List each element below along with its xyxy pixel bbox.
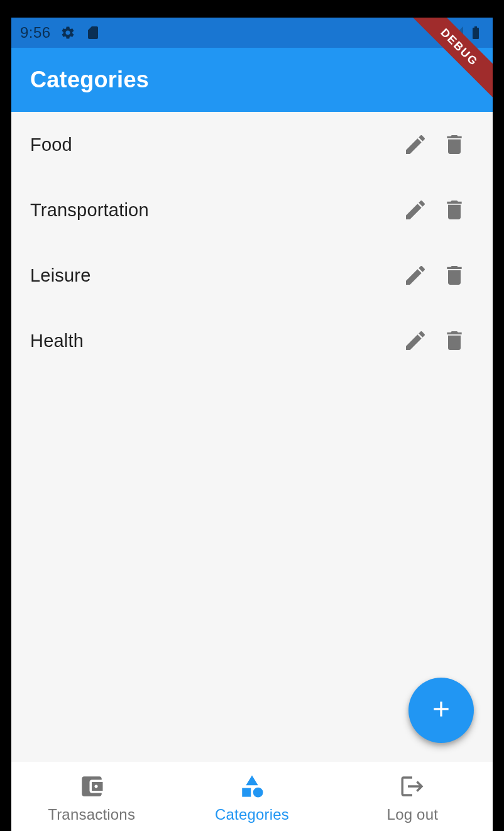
app-bar: Categories bbox=[11, 48, 493, 112]
nav-label: Log out bbox=[387, 806, 438, 823]
nav-logout[interactable]: Log out bbox=[332, 762, 493, 831]
delete-icon[interactable] bbox=[435, 321, 474, 360]
edit-icon[interactable] bbox=[396, 256, 435, 295]
category-row[interactable]: Transportation bbox=[11, 177, 493, 243]
delete-icon[interactable] bbox=[435, 256, 474, 295]
wifi-icon bbox=[430, 25, 446, 41]
categories-list: Food Transportation Leisure bbox=[11, 112, 493, 373]
wallet-icon bbox=[79, 773, 105, 802]
edit-icon[interactable] bbox=[396, 190, 435, 229]
edit-icon[interactable] bbox=[396, 125, 435, 164]
delete-icon[interactable] bbox=[435, 190, 474, 229]
category-name: Food bbox=[30, 135, 396, 155]
battery-icon bbox=[468, 25, 484, 41]
category-name: Transportation bbox=[30, 200, 396, 221]
bottom-nav: Transactions Categories Log out bbox=[11, 762, 493, 831]
category-name: Health bbox=[30, 331, 396, 351]
signal-icon bbox=[449, 25, 465, 41]
plus-icon bbox=[429, 696, 454, 724]
svg-point-0 bbox=[253, 788, 263, 798]
status-bar: 9:56 bbox=[11, 18, 493, 48]
category-name: Leisure bbox=[30, 265, 396, 286]
delete-icon[interactable] bbox=[435, 125, 474, 164]
page-title: Categories bbox=[30, 67, 149, 93]
nav-categories[interactable]: Categories bbox=[172, 762, 332, 831]
nav-label: Categories bbox=[215, 806, 289, 823]
nav-transactions[interactable]: Transactions bbox=[11, 762, 172, 831]
category-row[interactable]: Leisure bbox=[11, 243, 493, 308]
logout-icon bbox=[399, 773, 425, 802]
main-content: Food Transportation Leisure bbox=[11, 112, 493, 762]
nav-label: Transactions bbox=[48, 806, 135, 823]
edit-icon[interactable] bbox=[396, 321, 435, 360]
category-icon bbox=[239, 773, 265, 802]
gear-icon bbox=[60, 25, 76, 41]
add-button[interactable] bbox=[408, 678, 474, 743]
category-row[interactable]: Food bbox=[11, 112, 493, 177]
category-row[interactable]: Health bbox=[11, 308, 493, 373]
sd-card-icon bbox=[85, 25, 101, 41]
status-time: 9:56 bbox=[20, 24, 51, 41]
